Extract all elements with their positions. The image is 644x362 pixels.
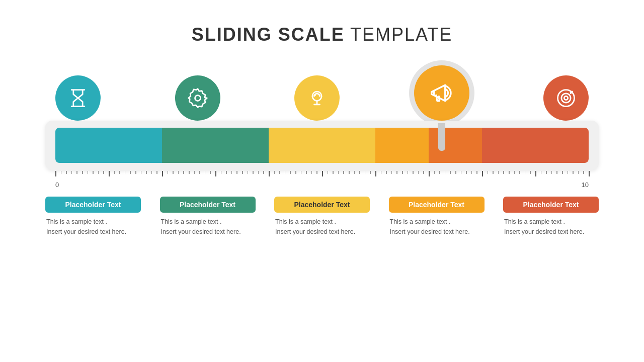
ruler-tick — [413, 171, 414, 174]
ruler-tick — [578, 171, 579, 174]
ruler-tick — [493, 171, 494, 174]
ruler-tick — [168, 171, 169, 174]
ruler-tick — [151, 171, 152, 174]
ruler-tick — [306, 171, 307, 174]
ruler-tick — [178, 171, 179, 174]
icon-slot-2 — [175, 75, 220, 121]
ruler-tick — [568, 171, 569, 174]
title-light: TEMPLATE — [345, 24, 453, 45]
ruler-tick — [482, 171, 483, 176]
ruler-tick — [461, 171, 462, 174]
cards-row: Placeholder Text This is a sample text .… — [45, 197, 599, 237]
brain-svg — [306, 87, 328, 109]
target-icon — [543, 75, 589, 121]
ruler-tick — [343, 171, 344, 174]
segment-orange-light — [375, 128, 429, 163]
card-5: Placeholder Text This is a sample text .… — [503, 197, 599, 237]
ruler-tick — [125, 171, 126, 174]
megaphone-svg — [428, 79, 455, 107]
ruler-tick — [253, 171, 254, 174]
icon-slot-1 — [55, 75, 101, 121]
ruler-tick — [61, 171, 62, 174]
ruler-tick — [322, 171, 323, 176]
card-label-3: Placeholder Text — [274, 197, 370, 213]
card-label-4: Placeholder Text — [389, 197, 485, 213]
ruler-tick — [354, 171, 355, 174]
ruler-tick — [76, 171, 77, 174]
ruler-tick — [514, 171, 515, 174]
ruler-tick — [338, 171, 339, 174]
svg-point-4 — [561, 94, 571, 103]
scale-end: 10 — [582, 181, 589, 189]
card-label-2: Placeholder Text — [160, 197, 256, 213]
svg-point-2 — [314, 95, 316, 96]
ruler-tick — [375, 171, 376, 176]
ruler-tick — [391, 171, 392, 174]
ruler-tick — [471, 171, 472, 174]
segment-teal — [55, 128, 162, 163]
segment-red — [482, 128, 589, 163]
ruler-tick — [535, 171, 536, 176]
ruler-tick — [333, 171, 334, 174]
ruler-tick — [71, 171, 72, 174]
icon-slot-3 — [294, 75, 340, 121]
ruler-tick — [210, 171, 211, 174]
ruler-tick — [66, 171, 67, 174]
ruler-tick — [194, 171, 195, 174]
ruler-tick — [248, 171, 249, 174]
page-title: SLIDING SCALE TEMPLATE — [192, 24, 453, 45]
hourglass-svg — [67, 87, 89, 109]
ruler-tick — [365, 171, 366, 174]
ruler-tick — [114, 171, 115, 174]
scale-bar — [55, 128, 589, 163]
ruler-tick — [231, 171, 232, 174]
ruler-tick — [269, 171, 270, 176]
ruler-tick — [450, 171, 451, 174]
icon-slot-4 — [414, 65, 469, 121]
card-text-4: This is a sample text .Insert your desir… — [389, 217, 470, 237]
card-3: Placeholder Text This is a sample text .… — [274, 197, 370, 237]
segment-yellow — [269, 128, 375, 163]
ruler-tick — [328, 171, 329, 174]
ruler-tick — [525, 171, 526, 174]
ruler-labels: 0 10 — [45, 180, 599, 189]
ruler-tick — [396, 171, 397, 174]
segment-orange-mid — [429, 128, 482, 163]
ruler-tick — [402, 171, 403, 174]
ruler-tick — [418, 171, 419, 174]
ruler-tick — [258, 171, 259, 174]
ruler-tick — [359, 171, 360, 174]
ruler-tick — [408, 171, 409, 174]
ruler-tick — [205, 171, 206, 174]
ruler-tick — [173, 171, 174, 174]
gear-icon — [175, 75, 220, 121]
card-1: Placeholder Text This is a sample text .… — [45, 197, 141, 237]
ruler-tick — [488, 171, 489, 174]
ruler-tick — [130, 171, 131, 174]
ruler-tick — [589, 171, 590, 176]
ruler-tick — [455, 171, 456, 174]
main-content: 0 10 Placeholder Text This is a sample t… — [45, 65, 599, 237]
card-4: Placeholder Text This is a sample text .… — [389, 197, 485, 237]
ruler-tick — [295, 171, 296, 174]
ruler-tick — [88, 171, 89, 174]
ruler-tick — [119, 171, 120, 174]
slider-stem — [438, 123, 445, 151]
ruler-tick — [556, 171, 557, 174]
ruler-tick — [311, 171, 312, 174]
ruler-tick — [530, 171, 531, 174]
card-text-1: This is a sample text .Insert your desir… — [45, 217, 126, 237]
ruler-tick — [429, 171, 430, 176]
ruler-tick — [316, 171, 317, 174]
ruler-tick — [103, 171, 104, 174]
brain-icon — [294, 75, 340, 121]
ruler-tick — [551, 171, 552, 174]
ruler-tick — [562, 171, 563, 174]
ruler-tick — [476, 171, 477, 174]
scale-start: 0 — [55, 181, 59, 189]
card-text-3: This is a sample text .Insert your desir… — [274, 217, 355, 237]
scale-bar-wrapper — [45, 121, 599, 170]
segment-green — [162, 128, 269, 163]
ruler-tick — [263, 171, 264, 174]
card-text-2: This is a sample text .Insert your desir… — [160, 217, 241, 237]
